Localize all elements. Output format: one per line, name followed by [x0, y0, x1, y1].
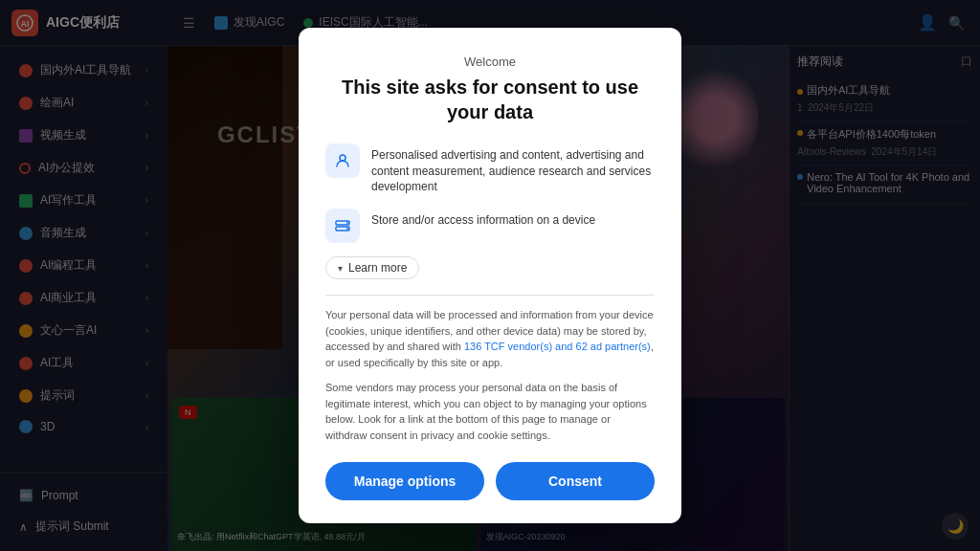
consent-actions: Manage options Consent	[325, 462, 655, 500]
consent-body-1: Your personal data will be processed and…	[325, 307, 655, 370]
vendor-link[interactable]: 136 TCF vendor(s) and 62 ad partner(s)	[464, 341, 651, 352]
svg-point-5	[346, 222, 348, 224]
consent-body-2: Some vendors may process your personal d…	[325, 380, 655, 443]
consent-feature-2: Store and/or access information on a dev…	[325, 209, 655, 243]
consent-button[interactable]: Consent	[496, 462, 655, 500]
personalization-icon	[325, 143, 360, 178]
consent-dialog: Welcome This site asks for consent to us…	[299, 28, 681, 523]
storage-icon	[325, 209, 360, 243]
learn-more-button[interactable]: ▾ Learn more	[325, 256, 419, 279]
chevron-down-icon: ▾	[338, 263, 343, 274]
consent-welcome: Welcome	[325, 55, 655, 69]
consent-title: This site asks for consent to use your d…	[325, 75, 655, 124]
consent-overlay: Welcome This site asks for consent to us…	[0, 0, 980, 551]
manage-options-button[interactable]: Manage options	[325, 462, 484, 500]
consent-divider	[325, 295, 655, 296]
feature-text-2: Store and/or access information on a dev…	[371, 209, 595, 229]
consent-feature-1: Personalised advertising and content, ad…	[325, 143, 655, 195]
feature-text-1: Personalised advertising and content, ad…	[371, 143, 655, 195]
learn-more-label: Learn more	[348, 261, 407, 275]
svg-point-2	[340, 155, 345, 161]
svg-point-6	[346, 228, 348, 230]
